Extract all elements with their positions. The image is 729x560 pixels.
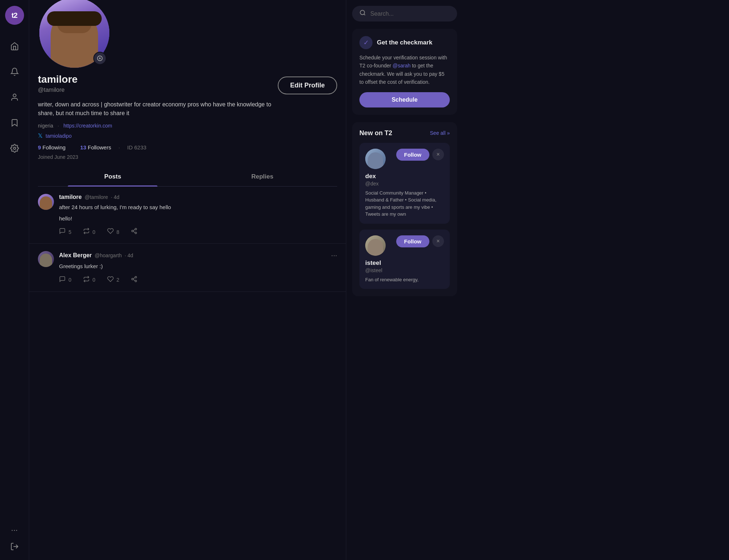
app-logo[interactable]: t2 (5, 6, 24, 25)
share-icon (131, 228, 137, 236)
reply-reply-count: 0 (69, 277, 71, 283)
search-input[interactable] (370, 11, 450, 17)
post-author-avatar[interactable] (38, 194, 54, 210)
post-content: tamilore @tamilore · 4d after 24 hours o… (59, 194, 337, 236)
svg-point-0 (13, 94, 16, 97)
user-isteel-bio: Fan of renewable energy, (365, 276, 444, 283)
user-card-dex-top: Follow × (365, 149, 444, 169)
reply-header: Alex Berger @hoargarth · 4d ··· (59, 251, 337, 259)
checkmark-header: ✓ Get the checkmark (359, 36, 450, 49)
follow-isteel-button[interactable]: Follow (396, 235, 430, 247)
post-item: tamilore @tamilore · 4d after 24 hours o… (29, 187, 346, 244)
reply-share-action[interactable] (131, 276, 137, 284)
dismiss-isteel-button[interactable]: × (432, 235, 444, 247)
like-count: 8 (117, 229, 120, 235)
reply-author-avatar[interactable] (38, 251, 54, 267)
user-dex-actions: Follow × (396, 149, 444, 161)
following-word: Following (43, 144, 66, 150)
user-dex-bio: Social Community Manager • Husband & Fat… (365, 189, 444, 218)
profile-website[interactable]: https://creatorkin.com (63, 123, 112, 129)
repost-icon (83, 228, 90, 236)
followers-count: 13 (80, 144, 86, 150)
reply-repost-count: 0 (93, 277, 95, 283)
profile-meta: nigeria · https://creatorkin.com (38, 123, 337, 129)
checkmark-title: Get the checkmark (377, 39, 432, 46)
post-text-2: hello! (59, 215, 337, 223)
share-action[interactable] (131, 228, 137, 236)
profile-display-name: tamilore (38, 74, 78, 85)
new-on-t2-section: New on T2 See all » Follow × dex @dex So… (352, 122, 457, 297)
post-actions: 5 0 8 (59, 228, 337, 236)
reply-text: Greetings lurker :) (59, 262, 337, 271)
repost-action[interactable]: 0 (83, 228, 95, 236)
reply-repost-icon (83, 276, 90, 284)
profile-joined: Joined June 2023 (38, 154, 337, 160)
new-section-header: New on T2 See all » (359, 129, 450, 137)
sidebar-item-bookmarks[interactable] (7, 115, 22, 130)
followers-word: Followers (88, 144, 111, 150)
see-all-link[interactable]: See all » (430, 130, 450, 136)
post-author-name[interactable]: tamilore (59, 194, 82, 200)
user-isteel-handle: @isteel (365, 267, 444, 273)
user-isteel-name: isteel (365, 259, 444, 267)
reply-like-icon (107, 276, 114, 284)
reply-user-info: Alex Berger @hoargarth · 4d (59, 252, 133, 259)
reply-repost-action[interactable]: 0 (83, 276, 95, 284)
right-sidebar: ✓ Get the checkmark Schedule your verifi… (346, 0, 463, 560)
user-dex-name: dex (365, 173, 444, 180)
search-bar[interactable] (352, 6, 457, 21)
sidebar-item-home[interactable] (7, 39, 22, 54)
checkmark-card: ✓ Get the checkmark Schedule your verifi… (352, 29, 457, 115)
reply-reply-action[interactable]: 0 (59, 276, 71, 284)
sidebar: t2 ... (0, 0, 29, 560)
sidebar-item-notifications[interactable] (7, 64, 22, 79)
profile-avatar-wrap (38, 0, 111, 69)
twitter-icon: 𝕏 (38, 132, 43, 139)
svg-point-11 (135, 276, 137, 278)
svg-point-7 (132, 230, 134, 232)
sidebar-item-settings[interactable] (7, 141, 22, 156)
svg-point-6 (135, 228, 137, 230)
main-content: tamilore @tamilore Edit Profile writer, … (29, 0, 346, 560)
reply-action[interactable]: 5 (59, 228, 71, 236)
followers-stat[interactable]: 13 Followers (80, 144, 111, 150)
reply-like-action[interactable]: 2 (107, 276, 120, 284)
reply-reply-icon (59, 276, 66, 284)
follow-dex-button[interactable]: Follow (396, 149, 430, 161)
more-options[interactable]: ... (11, 524, 17, 533)
tab-replies[interactable]: Replies (188, 167, 338, 186)
upload-photo-icon[interactable] (93, 52, 106, 65)
profile-twitter-handle[interactable]: tamioladipo (46, 133, 72, 139)
following-stat[interactable]: 9 Following (38, 144, 66, 150)
profile-location: nigeria (38, 123, 53, 129)
svg-point-8 (135, 232, 137, 234)
profile-top-row: tamilore @tamilore Edit Profile (38, 74, 337, 94)
reply-post-item: Alex Berger @hoargarth · 4d ··· Greeting… (29, 244, 346, 292)
profile-id: ID 6233 (127, 144, 147, 150)
reply-icon (59, 228, 66, 236)
schedule-button[interactable]: Schedule (359, 92, 450, 107)
profile-names: tamilore @tamilore (38, 74, 78, 93)
reply-share-icon (131, 276, 137, 284)
user-isteel-avatar[interactable] (365, 235, 386, 256)
profile-tabs: Posts Replies (38, 167, 337, 187)
profile-stats: 9 Following 13 Followers · ID 6233 (38, 144, 337, 150)
like-icon (107, 228, 114, 236)
tab-posts[interactable]: Posts (38, 167, 188, 186)
dismiss-dex-button[interactable]: × (432, 149, 444, 160)
svg-line-17 (364, 14, 365, 15)
user-dex-handle: @dex (365, 181, 444, 187)
sidebar-item-profile[interactable] (7, 90, 22, 105)
svg-point-12 (132, 278, 134, 280)
edit-profile-button[interactable]: Edit Profile (278, 77, 337, 94)
like-action[interactable]: 8 (107, 228, 120, 236)
svg-point-13 (135, 280, 137, 282)
user-dex-avatar[interactable] (365, 149, 386, 169)
post-more-options[interactable]: ··· (331, 251, 337, 259)
svg-line-15 (133, 277, 135, 278)
reply-author-name[interactable]: Alex Berger (59, 252, 92, 259)
repost-count: 0 (93, 229, 95, 235)
user-card-isteel: Follow × isteel @isteel Fan of renewable… (359, 230, 450, 289)
post-text-1: after 24 hours of lurking, I'm ready to … (59, 203, 337, 212)
sidebar-item-logout[interactable] (7, 539, 22, 554)
